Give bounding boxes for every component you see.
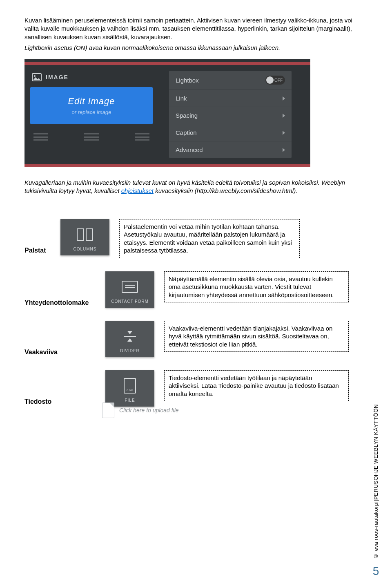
columns-icon: [76, 228, 94, 241]
chevron-right-icon: [283, 148, 285, 152]
section-heading-palstat: Palstat: [24, 219, 60, 254]
setting-lightbox[interactable]: Lightbox OFF: [169, 71, 292, 90]
paragraph: Kuvagalleriaan ja muihin kuvaesityksiin …: [24, 179, 368, 195]
note-box-contact: Näpäyttämällä elementin sisällä olevia o…: [164, 271, 349, 303]
divider-icon: [124, 331, 136, 342]
chevron-right-icon: [283, 114, 285, 118]
instructions-link[interactable]: ohjeistukset: [121, 187, 154, 194]
paragraph: Kuvan lisääminen peruselementeissä toimi…: [24, 16, 368, 41]
svg-point-1: [34, 75, 36, 77]
setting-spacing[interactable]: Spacing: [169, 107, 292, 124]
paragraph: Lightboxin asetus (ON) avaa kuvan normaa…: [24, 44, 368, 52]
note-box-file: Tiedosto-elementti vedetään työtilaan ja…: [164, 370, 349, 402]
element-tile-divider[interactable]: DIVIDER: [105, 321, 154, 357]
image-icon: [32, 73, 42, 81]
toggle-off-icon[interactable]: OFF: [265, 76, 285, 85]
element-tile-contact-form[interactable]: CONTACT FORM: [105, 271, 154, 308]
setting-advanced[interactable]: Advanced: [169, 141, 292, 158]
edit-image-button[interactable]: Edit Image or replace image: [30, 87, 153, 124]
drag-handles: [30, 133, 153, 141]
element-tile-file[interactable]: doc FILE: [105, 370, 154, 407]
file-icon: doc: [124, 378, 136, 394]
chevron-right-icon: [283, 96, 285, 101]
section-heading-divider: Vaakaviiva: [24, 321, 105, 356]
contact-form-icon: [122, 281, 138, 293]
section-heading-file: Tiedosto: [24, 370, 105, 405]
page-number: 5: [373, 565, 379, 578]
chevron-right-icon: [283, 131, 285, 135]
image-settings-panel: Lightbox OFF Link Spacing Caption Advanc…: [169, 71, 292, 158]
page-side-footer: © eva roos-rautakorpi|PERUSOHJE WEEBLYN …: [371, 404, 381, 559]
section-heading-contact: Yhteydenottolomake: [24, 271, 105, 306]
image-settings-screenshot: IMAGE Edit Image or replace image Lightb…: [24, 59, 310, 167]
element-tile-columns[interactable]: COLUMNS: [60, 219, 109, 255]
setting-link[interactable]: Link: [169, 90, 292, 107]
document-icon: [102, 403, 114, 418]
image-panel-title: IMAGE: [30, 71, 153, 87]
setting-caption[interactable]: Caption: [169, 124, 292, 141]
note-box-columns: Palstaelementin voi vetää mihin työtilan…: [119, 219, 300, 258]
note-box-divider: Vaakaviiva-elementti vedetään tilanjakaj…: [164, 321, 349, 352]
